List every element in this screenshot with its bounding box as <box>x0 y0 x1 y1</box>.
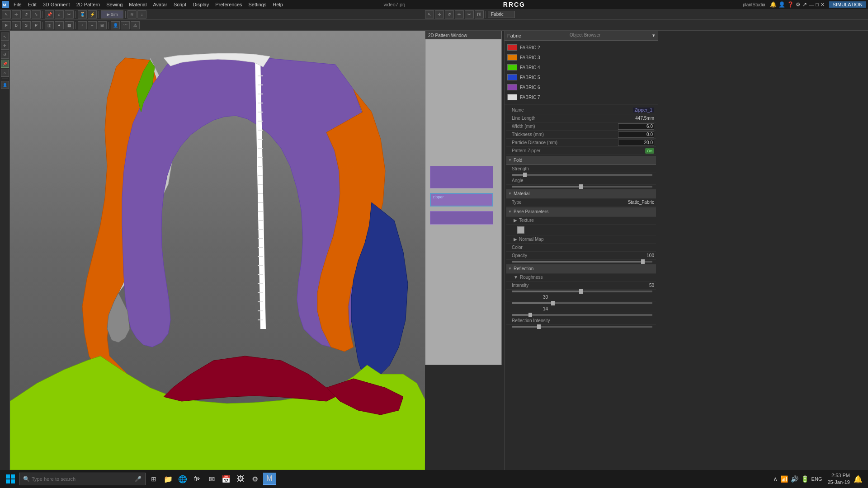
menu-edit[interactable]: Edit <box>25 0 39 9</box>
menu-display[interactable]: Display <box>190 0 212 9</box>
view-side[interactable]: S <box>22 21 31 29</box>
pattern-window-body[interactable]: zipper <box>425 39 501 365</box>
start-button[interactable] <box>4 472 17 486</box>
weld-tool[interactable]: ⚡ <box>88 10 97 19</box>
menu-2d-pattern[interactable]: 2D Pattern <box>74 0 103 9</box>
fabric-item-4[interactable]: FABRIC 4 <box>505 62 658 72</box>
fabric-item-7[interactable]: FABRIC 7 <box>505 92 658 102</box>
zoom-out[interactable]: − <box>88 21 97 29</box>
pattern-sew[interactable]: ⚿ <box>475 10 484 19</box>
prop-width-input[interactable] <box>618 123 654 130</box>
material-section-header[interactable]: ▼ Material <box>506 189 656 198</box>
taskbar-store[interactable]: 🛍 <box>191 473 203 485</box>
roughness-subsection[interactable]: ▼ Roughness <box>506 273 656 282</box>
zoom-in[interactable]: + <box>78 21 87 29</box>
strength-slider[interactable] <box>512 174 652 176</box>
simulate-btn[interactable]: ▶ Sim <box>101 10 123 19</box>
share-icon[interactable]: ↗ <box>802 1 807 8</box>
menu-3d-garment[interactable]: 3D Garment <box>40 0 73 9</box>
stress-show[interactable]: ⚠ <box>131 21 140 29</box>
roughness-intensity-slider[interactable] <box>512 291 652 292</box>
system-clock[interactable]: 2:53 PM 25-Jan-19 <box>827 472 850 486</box>
fold-tool[interactable]: ⌂ <box>55 10 64 19</box>
rotate-tool[interactable]: ↺ <box>22 10 31 19</box>
wind-tool[interactable]: ≋ <box>127 10 137 19</box>
fabric-item-2[interactable]: FABRIC 2 <box>505 42 658 52</box>
fabric-header-expand[interactable]: ▾ <box>652 33 655 38</box>
maximize-icon[interactable]: □ <box>816 2 819 7</box>
texture-subsection[interactable]: ▶ Texture <box>506 216 656 225</box>
seam-show[interactable]: 〰 <box>121 21 130 29</box>
taskview-icon[interactable]: ⊞ <box>147 473 160 485</box>
pattern-draw[interactable]: ✏ <box>455 10 464 19</box>
rotate-3d[interactable]: ↺ <box>1 51 9 59</box>
pattern-select[interactable]: ↖ <box>425 10 434 19</box>
avatar-show[interactable]: 👤 <box>111 21 120 29</box>
fabric-item-6[interactable]: FABRIC 6 <box>505 82 658 92</box>
mic-icon[interactable]: 🎤 <box>135 476 142 482</box>
settings-icon[interactable]: ⚙ <box>796 1 801 8</box>
pattern-piece-3[interactable] <box>430 211 493 225</box>
pattern-move[interactable]: ✛ <box>435 10 444 19</box>
close-icon[interactable]: ✕ <box>821 2 825 8</box>
taskbar-explorer[interactable]: 📁 <box>162 473 175 485</box>
pattern-piece-2[interactable]: zipper <box>430 193 493 206</box>
tray-battery[interactable]: 🔋 <box>801 475 809 483</box>
transform-3d[interactable]: ✛ <box>1 42 9 50</box>
normal-map-subsection[interactable]: ▶ Normal Map <box>506 235 656 244</box>
view-persp[interactable]: P <box>32 21 41 29</box>
pattern-piece-1[interactable] <box>430 166 493 188</box>
tray-volume[interactable]: 🔊 <box>791 475 798 483</box>
fit-view[interactable]: ⊞ <box>98 21 107 29</box>
taskbar-md[interactable]: M <box>263 473 276 485</box>
help-icon[interactable]: ❓ <box>787 1 794 8</box>
taskbar-photos[interactable]: 🖼 <box>234 473 247 485</box>
texture-swatch[interactable] <box>517 226 524 234</box>
taskbar-calendar[interactable]: 📅 <box>220 473 232 485</box>
angle-slider[interactable] <box>512 186 652 188</box>
viewport-3d[interactable]: RRCG 人人素材 RRCG 人人素材 RRCG 人人素材 RRCG 人人素材 … <box>10 31 425 470</box>
menu-help[interactable]: Help <box>270 0 286 9</box>
view-back[interactable]: B <box>12 21 21 29</box>
fabric-dropdown[interactable]: Fabric <box>488 11 515 18</box>
menu-preferences[interactable]: Preferences <box>212 0 245 9</box>
menu-script[interactable]: Script <box>171 0 189 9</box>
tray-up-arrow[interactable]: ∧ <box>773 475 778 483</box>
notification-center[interactable]: 🔔 <box>852 473 864 485</box>
select-tool[interactable]: ↖ <box>2 10 11 19</box>
roughness-val1-slider[interactable] <box>512 302 652 304</box>
opacity-slider[interactable] <box>512 261 652 263</box>
select-3d[interactable]: ↖ <box>1 33 9 41</box>
tray-network[interactable]: 📶 <box>780 475 788 483</box>
notification-icon[interactable]: 🔔 <box>770 1 777 8</box>
move-tool[interactable]: ✛ <box>12 10 21 19</box>
simulation-button[interactable]: SIMULATION <box>829 1 866 8</box>
menu-settings[interactable]: Settings <box>246 0 269 9</box>
gravity-tool[interactable]: ↓ <box>137 10 146 19</box>
taskbar-settings2[interactable]: ⚙ <box>249 473 261 485</box>
fabric-item-5[interactable]: FABRIC 5 <box>505 72 658 82</box>
pattern-cut[interactable]: ✂ <box>465 10 474 19</box>
view-front[interactable]: F <box>2 21 11 29</box>
roughness-val2-slider[interactable] <box>512 314 652 316</box>
menu-file[interactable]: File <box>11 0 24 9</box>
base-params-header[interactable]: ▼ Base Parameters <box>506 207 656 216</box>
scale-tool[interactable]: ⤡ <box>32 10 41 19</box>
fold-section-header[interactable]: ▼ Fold <box>506 156 656 165</box>
taskbar-mail[interactable]: ✉ <box>205 473 218 485</box>
fabric-item-3[interactable]: FABRIC 3 <box>505 52 658 62</box>
shade-texture[interactable]: ▦ <box>65 21 74 29</box>
prop-thickness-input[interactable] <box>618 131 654 138</box>
shade-wire[interactable]: ◫ <box>45 21 54 29</box>
avatar-tool[interactable]: 👤 <box>1 81 9 89</box>
user-icon[interactable]: 👤 <box>778 1 785 8</box>
reflection-section-header[interactable]: ▼ Reflection <box>506 264 656 273</box>
cut-tool[interactable]: ✂ <box>65 10 74 19</box>
menu-avatar[interactable]: Avatar <box>150 0 170 9</box>
sew-tool[interactable]: 🧵 <box>78 10 87 19</box>
fold-3d[interactable]: ⌂ <box>1 69 9 77</box>
taskbar-edge[interactable]: 🌐 <box>176 473 189 485</box>
menu-material[interactable]: Material <box>126 0 149 9</box>
pin-tool[interactable]: 📌 <box>45 10 54 19</box>
pattern-rotate[interactable]: ↺ <box>445 10 454 19</box>
